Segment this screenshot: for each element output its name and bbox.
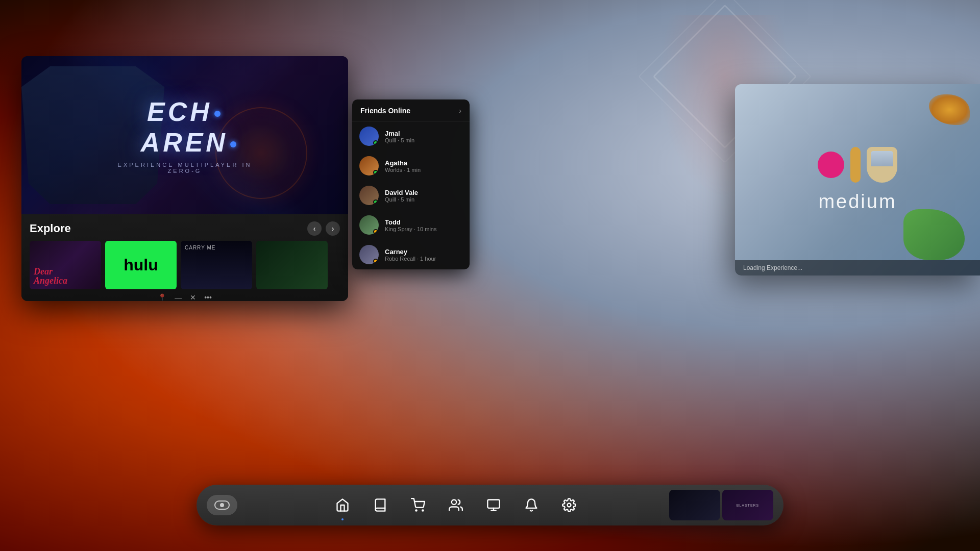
explore-section: Explore ‹ › DearAngelica hulu CARRY ME 📍… xyxy=(21,214,348,301)
close-icon[interactable]: ✕ xyxy=(190,293,196,301)
friend-avatar xyxy=(359,215,379,235)
friend-status-dot xyxy=(373,229,378,234)
friend-activity: Quill · 5 min xyxy=(385,137,462,143)
medium-logo-area: medium xyxy=(818,147,897,213)
medium-logo-icons xyxy=(818,147,897,183)
friend-status-dot xyxy=(373,199,378,205)
home-icon xyxy=(335,498,350,512)
friends-panel: Friends Online › Jmal Quill · 5 min Agat… xyxy=(352,99,470,269)
hero-subtitle: EXPERIENCE MULTIPLAYER IN ZERO-G xyxy=(103,162,266,174)
friend-name: Jmal xyxy=(385,130,462,137)
svg-point-1 xyxy=(422,510,423,511)
people-icon xyxy=(449,498,463,512)
explore-next-button[interactable]: › xyxy=(326,221,340,236)
friend-activity: Worlds · 1 min xyxy=(385,167,462,173)
notifications-icon xyxy=(524,498,538,512)
friend-activity: King Spray · 10 mins xyxy=(385,226,462,232)
medium-creature-dinosaur xyxy=(903,209,965,260)
friend-avatar xyxy=(359,127,379,146)
svg-point-6 xyxy=(568,504,571,507)
friend-name: Todd xyxy=(385,218,462,226)
friend-name: Carney xyxy=(385,248,462,256)
friends-chevron-icon: › xyxy=(459,107,461,115)
friend-avatar xyxy=(359,186,379,205)
library-icon xyxy=(373,498,387,512)
dear-angelica-label: DearAngelica xyxy=(34,267,67,285)
taskbar-notifications-button[interactable] xyxy=(520,494,543,516)
loading-text: Loading Experience... xyxy=(743,264,802,271)
taskbar-store-button[interactable] xyxy=(407,494,429,516)
friend-status-dot xyxy=(373,170,378,175)
store-icon xyxy=(411,498,425,512)
medium-bar-shape xyxy=(850,147,861,183)
friend-info: Carney Robo Recall · 1 hour xyxy=(385,248,462,262)
friend-item[interactable]: Agatha Worlds · 1 min xyxy=(352,151,470,181)
hero-title-area: ECH AREN EXPERIENCE MULTIPLAYER IN ZERO-… xyxy=(103,96,266,174)
taskbar-library-button[interactable] xyxy=(369,494,391,516)
svg-point-0 xyxy=(415,510,416,511)
svg-rect-3 xyxy=(487,500,499,508)
friend-avatar xyxy=(359,156,379,176)
taskbar-display-button[interactable] xyxy=(482,494,505,516)
explore-header: Explore ‹ › xyxy=(30,221,340,236)
friends-header[interactable]: Friends Online › xyxy=(352,99,470,121)
display-icon xyxy=(486,498,501,512)
pin-icon: 📍 xyxy=(158,293,166,301)
minimize-icon[interactable]: — xyxy=(175,293,182,301)
medium-n-shape xyxy=(867,147,897,183)
explore-item-hulu[interactable]: hulu xyxy=(105,241,177,289)
friend-item[interactable]: Carney Robo Recall · 1 hour xyxy=(352,240,470,269)
friend-info: David Vale Quill · 5 min xyxy=(385,189,462,203)
friend-item[interactable]: Todd King Spray · 10 mins xyxy=(352,210,470,240)
explore-item-carry-me[interactable]: CARRY ME xyxy=(181,241,252,289)
friends-title: Friends Online xyxy=(360,107,410,115)
friend-activity: Robo Recall · 1 hour xyxy=(385,256,462,262)
friend-status-dot xyxy=(373,140,378,145)
recent-app-blasters[interactable]: BLASTERS xyxy=(722,490,773,520)
hulu-logo: hulu xyxy=(124,256,158,274)
explore-item-football[interactable] xyxy=(256,241,328,289)
panel-bottom-bar: 📍 — ✕ ••• xyxy=(30,289,340,301)
right-panel-medium[interactable]: medium Loading Experience... xyxy=(735,84,980,276)
taskbar-recent-apps: BLASTERS xyxy=(669,490,773,520)
friend-item[interactable]: Jmal Quill · 5 min xyxy=(352,121,470,151)
friend-info: Agatha Worlds · 1 min xyxy=(385,159,462,173)
friends-list: Jmal Quill · 5 min Agatha Worlds · 1 min… xyxy=(352,121,470,269)
more-icon[interactable]: ••• xyxy=(204,293,212,301)
taskbar-settings-button[interactable] xyxy=(558,494,580,516)
blasters-label: BLASTERS xyxy=(737,504,760,507)
taskbar-home-button[interactable] xyxy=(331,494,354,516)
oculus-icon xyxy=(214,500,230,510)
friend-avatar xyxy=(359,245,379,264)
left-panel-echo-arena: ECH AREN EXPERIENCE MULTIPLAYER IN ZERO-… xyxy=(21,56,348,301)
game-title: ECH AREN xyxy=(103,96,266,158)
friend-info: Todd King Spray · 10 mins xyxy=(385,218,462,232)
explore-item-dear-angelica[interactable]: DearAngelica xyxy=(30,241,101,289)
loading-bar: Loading Experience... xyxy=(735,260,980,276)
friend-name: Agatha xyxy=(385,159,462,167)
explore-prev-button[interactable]: ‹ xyxy=(307,221,322,236)
oculus-home-button[interactable] xyxy=(207,495,237,515)
explore-nav: ‹ › xyxy=(307,221,340,236)
medium-creature-robot xyxy=(929,94,970,125)
explore-grid: DearAngelica hulu CARRY ME xyxy=(30,241,340,289)
settings-icon xyxy=(562,498,576,512)
explore-title: Explore xyxy=(30,222,71,235)
taskbar-left xyxy=(207,495,242,515)
recent-app-robo-recall[interactable] xyxy=(669,490,720,520)
medium-app-name: medium xyxy=(818,191,896,213)
medium-n-inner xyxy=(871,151,893,166)
medium-pink-dot xyxy=(818,152,844,178)
friend-item[interactable]: David Vale Quill · 5 min xyxy=(352,181,470,210)
taskbar: BLASTERS xyxy=(197,485,783,525)
friend-status-dot xyxy=(373,259,378,264)
friend-info: Jmal Quill · 5 min xyxy=(385,130,462,143)
taskbar-nav xyxy=(242,494,669,516)
hero-image: ECH AREN EXPERIENCE MULTIPLAYER IN ZERO-… xyxy=(21,56,348,214)
taskbar-people-button[interactable] xyxy=(445,494,467,516)
friend-activity: Quill · 5 min xyxy=(385,196,462,203)
carry-me-label: CARRY ME xyxy=(185,245,215,251)
friend-name: David Vale xyxy=(385,189,462,196)
svg-point-2 xyxy=(452,500,456,505)
